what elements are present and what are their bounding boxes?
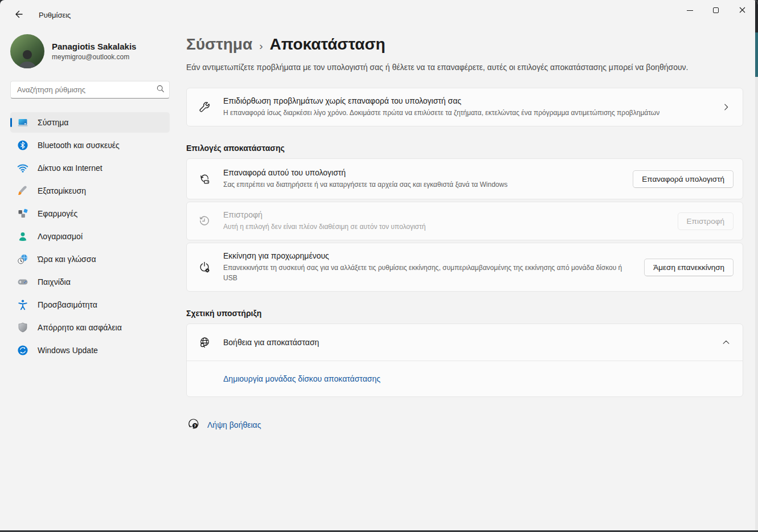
power-gear-icon [198,261,211,273]
go-back-button: Επιστροφή [678,212,734,230]
chevron-up-icon[interactable] [719,335,734,350]
sidebar-item-label: Παιχνίδια [38,277,71,287]
reset-pc-button[interactable]: Επαναφορά υπολογιστή [633,170,734,188]
history-icon [198,215,211,227]
troubleshoot-card[interactable]: Επιδιόρθωση προβλημάτων χωρίς επαναφορά … [186,88,743,126]
sidebar-item-system[interactable]: Σύστημα [10,112,170,133]
close-icon [739,6,745,15]
sidebar-item-label: Λογαριασμοί [38,232,83,241]
back-button[interactable] [9,6,28,23]
app-title: Ρυθμίσεις [39,11,71,19]
page-title: Αποκατάσταση [270,35,386,54]
breadcrumb: Σύστημα › Αποκατάσταση [186,35,743,54]
search-box [10,81,170,99]
search-input[interactable] [17,85,156,94]
windows-update-icon [17,345,28,356]
reset-pc-icon [198,173,211,185]
sidebar-item-label: Σύστημα [38,118,68,127]
section-recovery-options: Επιλογές αποκατάστασης [186,144,743,153]
troubleshoot-subtitle: Η επαναφορά ίσως διαρκέσει λίγο χρόνο. Δ… [223,108,690,118]
sidebar-item-label: Δίκτυο και Internet [38,163,103,173]
help-bubble-icon: ? [187,418,200,432]
time-language-icon [17,253,28,265]
sidebar-item-label: Εφαρμογές [38,209,77,218]
get-help-link[interactable]: Λήψη βοήθειας [207,420,261,429]
user-email: meymigrou@outlook.com [52,53,136,61]
advanced-startup-title: Εκκίνηση για προχωρημένους [223,251,634,260]
reset-pc-title: Επαναφορά αυτού του υπολογιστή [223,168,622,177]
bluetooth-icon [17,140,28,151]
apps-icon [17,208,28,219]
sidebar-item-label: Ώρα και γλώσσα [38,255,96,264]
settings-window: Ρυθμίσεις Panagiotis Sakalakis meymigrou… [0,0,758,532]
wrench-icon [198,101,211,113]
sidebar-item-apps[interactable]: Εφαρμογές [10,203,170,224]
sidebar-item-accounts[interactable]: Λογαριασμοί [10,226,170,247]
restart-now-button[interactable]: Άμεση επανεκκίνηση [644,259,734,276]
breadcrumb-separator-icon: › [259,40,263,52]
maximize-button[interactable] [703,0,729,21]
chevron-right-icon[interactable] [719,100,734,114]
sidebar-item-label: Bluetooth και συσκευές [38,141,120,150]
sidebar-item-personalization[interactable]: Εξατομίκευση [10,181,170,201]
sidebar-item-label: Εξατομίκευση [38,186,86,195]
sidebar-item-time-language[interactable]: Ώρα και γλώσσα [10,249,170,269]
sidebar-item-windows-update[interactable]: Windows Update [10,340,170,361]
window-controls [677,0,755,21]
reset-pc-subtitle: Σας επιτρέπει να διατηρήσετε ή να καταργ… [223,179,622,190]
avatar [10,34,44,68]
maximize-icon [713,7,719,13]
gaming-icon [17,276,28,288]
advanced-startup-card: Εκκίνηση για προχωρημένους Επανεκκινήστε… [186,243,743,292]
advanced-startup-subtitle: Επανεκκινήστε τη συσκευή σας για να αλλά… [223,263,633,283]
user-name: Panagiotis Sakalakis [52,42,136,51]
svg-text:?: ? [194,424,196,428]
search-icon [156,84,165,95]
sidebar: Panagiotis Sakalakis meymigrou@outlook.c… [0,30,180,363]
reset-pc-card: Επαναφορά αυτού του υπολογιστή Σας επιτρ… [186,158,743,199]
go-back-title: Επιστροφή [223,210,667,219]
go-back-subtitle: Αυτή η επιλογή δεν είναι πλέον διαθέσιμη… [223,222,633,232]
get-help-row: ? Λήψη βοήθειας [186,418,743,432]
sidebar-item-label: Απόρρητο και ασφάλεια [38,323,122,332]
page-description: Εάν αντιμετωπίζετε προβλήματα με τον υπο… [186,63,743,72]
sidebar-item-gaming[interactable]: Παιχνίδια [10,272,170,292]
network-icon [17,162,28,174]
sidebar-item-accessibility[interactable]: Προσβασιμότητα [10,294,170,315]
help-row-title: Βοήθεια για αποκατάσταση [223,338,712,347]
sidebar-item-privacy[interactable]: Απόρρητο και ασφάλεια [10,317,170,338]
accessibility-icon [17,299,28,310]
related-support-card: Βοήθεια για αποκατάσταση Δημιουργία μονά… [186,324,743,397]
sidebar-item-bluetooth[interactable]: Bluetooth και συσκευές [10,135,170,155]
main-content: Σύστημα › Αποκατάσταση Εάν αντιμετωπίζετ… [186,30,743,432]
personalization-icon [17,185,28,197]
troubleshoot-title: Επιδιόρθωση προβλημάτων χωρίς επαναφορά … [223,96,712,105]
system-icon [17,117,28,128]
back-arrow-icon [14,10,23,21]
minimize-icon [687,10,693,11]
sidebar-nav: Σύστημα Bluetooth και συσκευές Δίκτυο κα… [10,112,170,361]
sidebar-item-label: Προσβασιμότητα [38,300,97,309]
help-expander-row[interactable]: Βοήθεια για αποκατάσταση [187,324,743,361]
sidebar-item-network[interactable]: Δίκτυο και Internet [10,158,170,178]
create-recovery-drive-link[interactable]: Δημιουργία μονάδας δίσκου αποκατάστασης [223,374,380,383]
accounts-icon [17,231,28,242]
background-window-edge [755,0,758,532]
user-profile[interactable]: Panagiotis Sakalakis meymigrou@outlook.c… [10,34,170,68]
globe-search-icon [198,336,211,349]
privacy-icon [17,322,28,333]
breadcrumb-parent[interactable]: Σύστημα [186,35,252,54]
section-related-support: Σχετική υποστήριξη [186,309,743,318]
sidebar-item-label: Windows Update [38,346,98,355]
close-button[interactable] [729,0,755,21]
titlebar: Ρυθμίσεις [0,0,758,30]
minimize-button[interactable] [677,0,703,21]
go-back-card: Επιστροφή Αυτή η επιλογή δεν είναι πλέον… [186,202,743,240]
